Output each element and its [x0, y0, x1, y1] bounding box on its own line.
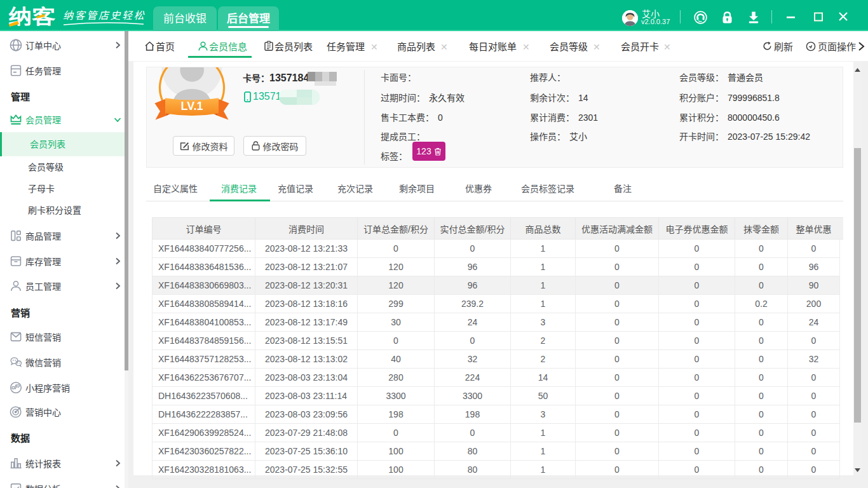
svg-text:纳客管店史轻松: 纳客管店史轻松 — [63, 10, 146, 21]
svg-text:LV.1: LV.1 — [180, 100, 203, 112]
